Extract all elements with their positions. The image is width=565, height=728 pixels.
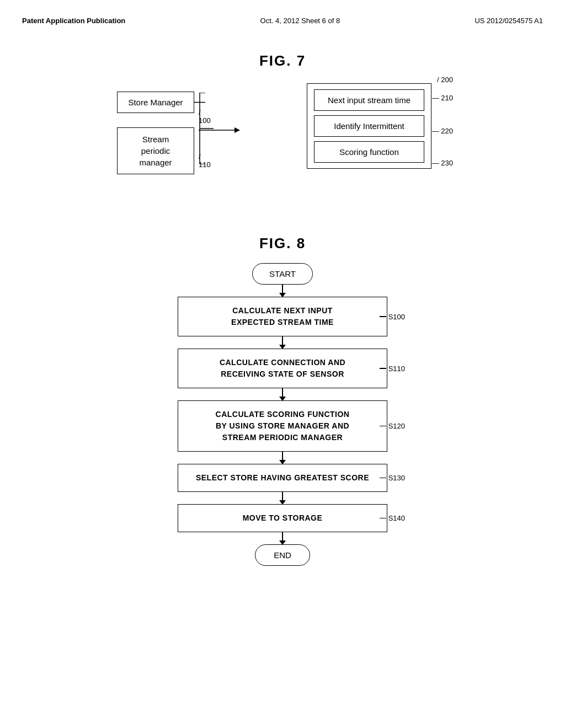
next-input-stream-box: Next input stream time (314, 89, 424, 111)
ref-200: / 200 (437, 76, 453, 84)
end-oval: END (255, 544, 310, 566)
flow-row-s110: CALCULATE CONNECTION ANDRECEIVING STATE … (150, 349, 415, 388)
scoring-function-box: Scoring function (314, 141, 424, 163)
right-group: Next input stream time Identify Intermit… (307, 83, 431, 169)
ref-s130: S130 (380, 474, 405, 482)
step-s130-box: SELECT STORE HAVING GREATEST SCORE (178, 464, 387, 492)
header-left: Patent Application Publication (22, 17, 125, 25)
ref-s120: S120 (380, 422, 405, 430)
left-bracket-fig7 (197, 93, 219, 164)
fig8-diagram: START CALCULATE NEXT INPUTEXPECTED STREA… (22, 263, 543, 566)
fig7-diagram: Store Manager Stream periodic manager / … (22, 81, 543, 202)
identify-intermittent-box: Identify Intermittent (314, 115, 424, 137)
arrow-1 (282, 285, 283, 297)
flow-row-s100: CALCULATE NEXT INPUTEXPECTED STREAM TIME… (150, 297, 415, 336)
header: Patent Application Publication Oct. 4, 2… (22, 11, 543, 30)
step-s100-box: CALCULATE NEXT INPUTEXPECTED STREAM TIME (178, 297, 387, 336)
ref-s100: S100 (380, 313, 405, 321)
page: Patent Application Publication Oct. 4, 2… (0, 0, 565, 728)
flow-row-s130: SELECT STORE HAVING GREATEST SCORE S130 (150, 464, 415, 492)
ref-s110: S110 (380, 365, 405, 373)
left-group: Store Manager Stream periodic manager / … (117, 92, 194, 174)
arrow-3 (282, 388, 283, 400)
stream-periodic-box: Stream periodic manager (117, 127, 194, 174)
step-s120-box: CALCULATE SCORING FUNCTIONBY USING STORE… (178, 400, 387, 452)
start-oval: START (252, 263, 313, 285)
ref-210: — 210 (432, 94, 453, 102)
arrow-4 (282, 452, 283, 464)
header-right: US 2012/0254575 A1 (475, 17, 543, 25)
store-manager-box: Store Manager (117, 92, 194, 113)
ref-220: — 220 (432, 127, 453, 135)
header-center: Oct. 4, 2012 Sheet 6 of 8 (260, 17, 340, 25)
flowchart: START CALCULATE NEXT INPUTEXPECTED STREA… (150, 263, 415, 566)
fig7-label: FIG. 7 (22, 52, 543, 69)
arrow-6 (282, 532, 283, 544)
flow-row-s140: MOVE TO STORAGE S140 (150, 504, 415, 532)
flow-row-s120: CALCULATE SCORING FUNCTIONBY USING STORE… (150, 400, 415, 452)
arrow-2 (282, 336, 283, 349)
fig8-label: FIG. 8 (22, 235, 543, 252)
ref-230: — 230 (432, 159, 453, 167)
step-s140-box: MOVE TO STORAGE (178, 504, 387, 532)
fig7-inner: Store Manager Stream periodic manager / … (117, 81, 448, 202)
ref-s140: S140 (380, 514, 405, 522)
svg-marker-2 (234, 127, 240, 133)
arrow-5 (282, 492, 283, 504)
step-s110-box: CALCULATE CONNECTION ANDRECEIVING STATE … (178, 349, 387, 388)
